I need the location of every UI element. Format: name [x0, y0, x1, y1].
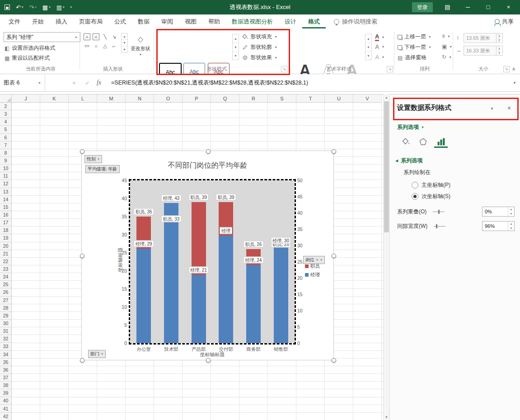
- undo-icon[interactable]: ↶▾: [16, 4, 23, 11]
- data-label[interactable]: 职员, 39: [216, 194, 236, 201]
- shape-effects-button[interactable]: 形状效果 ▼: [242, 54, 277, 61]
- ribbon-tab[interactable]: 公式: [108, 14, 132, 28]
- row-header[interactable]: 6: [0, 134, 12, 142]
- category-label[interactable]: 销售部: [274, 346, 288, 353]
- vertical-textbox-icon[interactable]: A: [92, 33, 100, 41]
- redo-icon[interactable]: ↷▾: [29, 4, 36, 11]
- row-header[interactable]: 3: [0, 110, 12, 118]
- tell-me-search[interactable]: 操作说明搜索: [334, 14, 377, 28]
- pane-close-icon[interactable]: ×: [507, 104, 511, 112]
- text-outline-button[interactable]: A ▼: [375, 43, 384, 50]
- ribbon-tab[interactable]: 帮助: [202, 14, 226, 28]
- insert-function-icon[interactable]: fx: [97, 74, 101, 91]
- series-options-dropdown[interactable]: 系列选项 ▼: [397, 123, 424, 131]
- row-header[interactable]: 13: [0, 188, 12, 196]
- row-header[interactable]: 16: [0, 211, 12, 219]
- row-header[interactable]: 19: [0, 234, 12, 242]
- column-header[interactable]: R: [239, 94, 268, 103]
- selection-handle[interactable]: [80, 149, 84, 154]
- row-header[interactable]: 8: [0, 149, 12, 157]
- formula-input[interactable]: =SERIES(透视表!$N$20:$N$21,透视表!$M$22:$M$28,…: [111, 74, 308, 91]
- gender-filter-button[interactable]: 性别 ▼: [84, 155, 102, 163]
- category-label[interactable]: 技术部: [164, 346, 178, 353]
- row-header[interactable]: 4: [0, 118, 12, 126]
- row-header[interactable]: 2: [0, 103, 12, 110]
- text-fill-button[interactable]: A ▼: [375, 33, 384, 41]
- step-down-icon[interactable]: ▼: [508, 226, 514, 231]
- x-axis-title[interactable]: 坐标轴标题: [130, 351, 295, 358]
- data-label[interactable]: 经理, 29: [134, 241, 154, 247]
- row-header[interactable]: 30: [0, 320, 12, 327]
- primary-axis-radio[interactable]: 主坐标轴(P): [412, 181, 450, 189]
- wordart-scroll[interactable]: ▲ ▼ ▼: [365, 34, 372, 60]
- step-down-icon[interactable]: ▼: [497, 51, 502, 55]
- height-stepper[interactable]: ▲▼: [496, 33, 503, 43]
- spinner[interactable]: ▲ ▼: [508, 222, 514, 231]
- share-button[interactable]: 共享: [495, 14, 514, 28]
- data-label[interactable]: 经理: [220, 227, 232, 234]
- row-header[interactable]: 9: [0, 157, 12, 165]
- selection-handle[interactable]: [206, 149, 211, 154]
- cancel-icon[interactable]: ×: [72, 74, 76, 91]
- scroll-up-icon[interactable]: ▲: [233, 34, 239, 43]
- data-label[interactable]: 职员, 35: [134, 208, 154, 215]
- close-button[interactable]: ×: [498, 0, 519, 14]
- ribbon-display-options-icon[interactable]: ▤: [437, 0, 458, 14]
- step-down-icon[interactable]: ▼: [497, 38, 502, 42]
- enter-icon[interactable]: ✓: [85, 74, 90, 91]
- row-header[interactable]: 36: [0, 366, 12, 374]
- column-header[interactable]: K: [40, 94, 69, 103]
- column-header[interactable]: U: [325, 94, 353, 103]
- gap-width-slider[interactable]: [434, 224, 445, 229]
- row-header[interactable]: 31: [0, 327, 12, 335]
- height-input[interactable]: 13.65 厘米: [464, 33, 499, 43]
- rectangle-shape-icon[interactable]: ▭: [83, 42, 91, 50]
- row-header[interactable]: 21: [0, 250, 12, 258]
- step-up-icon[interactable]: ▲: [508, 207, 514, 212]
- row-header[interactable]: 22: [0, 258, 12, 265]
- column-header[interactable]: Q: [211, 94, 239, 103]
- triangle-shape-icon[interactable]: △: [101, 42, 109, 50]
- column-headers[interactable]: JKLMNOPQRSTUV: [12, 94, 382, 103]
- plot-area[interactable]: [130, 180, 295, 343]
- ribbon-tab[interactable]: 审阅: [155, 14, 179, 28]
- scrollbar-thumb[interactable]: [384, 101, 389, 232]
- column-header[interactable]: J: [12, 94, 40, 103]
- shape-outline-button[interactable]: 形状轮廓 ▼: [242, 43, 277, 51]
- gap-width-input[interactable]: 96% ▲ ▼: [482, 221, 515, 231]
- series-overlap-slider[interactable]: [433, 209, 445, 214]
- align-button[interactable]: ≡ ▼: [442, 33, 450, 39]
- chart-bar-经理[interactable]: [136, 249, 151, 343]
- value-field-button[interactable]: 平均值项: 年龄: [85, 165, 120, 173]
- shape-fill-button[interactable]: 形状填充 ▼: [242, 33, 277, 41]
- row-header[interactable]: 38: [0, 382, 12, 389]
- step-up-icon[interactable]: ▲: [497, 46, 502, 51]
- pivot-chart[interactable]: 性别 ▼ 平均值项: 年龄 不同部门岗位的平均年龄 坐标轴标题 坐标轴标题 岗位…: [81, 151, 334, 360]
- login-button[interactable]: 登录: [412, 2, 433, 12]
- more-wordart-icon[interactable]: ▼: [365, 52, 371, 60]
- chart-bar-经理[interactable]: [192, 275, 206, 343]
- wordart-dialog-launcher-icon[interactable]: ↘: [387, 66, 393, 72]
- textbox-icon[interactable]: A: [83, 33, 91, 41]
- select-all-corner[interactable]: [0, 94, 12, 103]
- chart-bar-经理[interactable]: [219, 236, 233, 343]
- scroll-down-icon[interactable]: ▼: [233, 43, 239, 52]
- effects-tab[interactable]: [416, 135, 430, 148]
- change-shape-button[interactable]: ◇ 更改形状 ▼: [130, 35, 151, 56]
- column-header[interactable]: S: [268, 94, 296, 103]
- row-header[interactable]: 34: [0, 351, 12, 359]
- ribbon-tab[interactable]: 插入: [50, 14, 73, 28]
- category-label[interactable]: 商务部: [246, 346, 261, 353]
- row-header[interactable]: 10: [0, 165, 12, 172]
- series-overlap-input[interactable]: 0% ▲ ▼: [482, 207, 515, 217]
- shape-styles-scroll[interactable]: ▲ ▼ ▼: [232, 34, 239, 60]
- line-shape-icon[interactable]: ╲: [101, 33, 109, 41]
- selection-handle[interactable]: [80, 254, 84, 258]
- position-filter-button[interactable]: 岗位 ▼ ▼: [303, 256, 325, 264]
- scroll-down-icon[interactable]: ▼: [384, 414, 389, 420]
- row-header[interactable]: 35: [0, 359, 12, 366]
- row-header[interactable]: 11: [0, 172, 12, 180]
- quick-table-icon[interactable]: ▥▾: [56, 4, 65, 11]
- data-label[interactable]: 经理, 24: [244, 257, 264, 264]
- selection-handle[interactable]: [332, 254, 336, 258]
